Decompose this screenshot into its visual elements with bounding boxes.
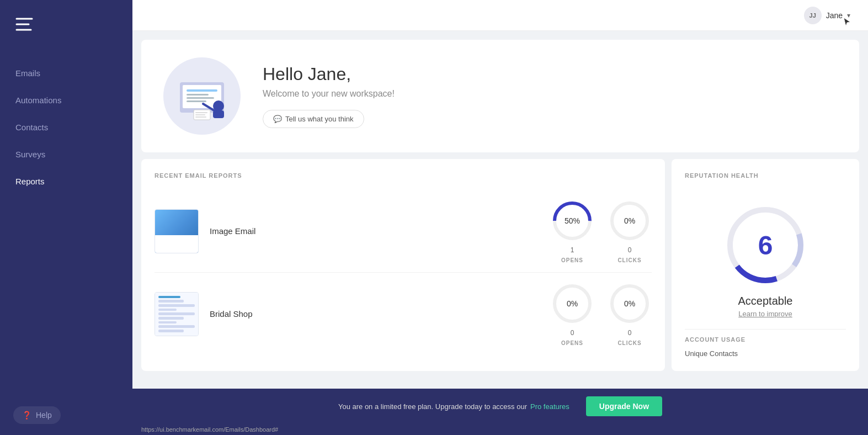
- sidebar-help: ❓ Help: [0, 395, 132, 435]
- user-menu[interactable]: JJ Jane ▾: [804, 7, 850, 24]
- gauge-wrap: 6: [721, 201, 810, 289]
- chat-icon: 💬: [273, 115, 282, 123]
- greeting-heading: Hello Jane,: [263, 64, 395, 84]
- sidebar-item-contacts[interactable]: Contacts: [0, 114, 132, 141]
- reputation-status: Acceptable: [685, 295, 846, 307]
- opens-pct-2: 0%: [567, 299, 578, 308]
- upgrade-banner: You are on a limited free plan. Upgrade …: [132, 389, 868, 424]
- opens-stat-1: 50% 1 OPENS: [550, 199, 594, 263]
- clicks-label-1: CLICKS: [617, 257, 641, 263]
- clicks-stat-1: 0% 0 CLICKS: [608, 199, 652, 263]
- email-thumbnail-image: [155, 209, 199, 253]
- svg-rect-7: [187, 94, 209, 96]
- svg-rect-9: [187, 100, 206, 102]
- clicks-label-2: CLICKS: [617, 340, 641, 346]
- topbar: JJ Jane ▾: [132, 0, 868, 31]
- sidebar-item-emails[interactable]: Emails: [0, 60, 132, 87]
- reputation-card-title: REPUTATION HEALTH: [685, 172, 846, 179]
- sidebar-item-automations[interactable]: Automations: [0, 87, 132, 114]
- clicks-chart-1: 0%: [608, 199, 652, 243]
- learn-to-improve-link[interactable]: Learn to improve: [685, 310, 846, 318]
- user-name: Jane: [826, 11, 843, 20]
- help-circle-icon: ❓: [22, 411, 31, 420]
- sidebar-item-reports[interactable]: Reports: [0, 168, 132, 195]
- svg-rect-16: [195, 116, 206, 118]
- clicks-stat-2: 0% 0 CLICKS: [608, 282, 652, 346]
- table-row: Bridal Shop 0% 0 OPENS: [155, 273, 652, 355]
- upgrade-button[interactable]: Upgrade Now: [586, 396, 662, 416]
- clicks-value-2: 0: [628, 329, 632, 337]
- feedback-label: Tell us what you think: [285, 115, 354, 123]
- opens-value-2: 0: [571, 329, 574, 337]
- opens-label-1: OPENS: [561, 257, 583, 263]
- content-area: Hello Jane, Welcome to your new workspac…: [132, 31, 868, 389]
- email-name-image: Image Email: [199, 226, 550, 236]
- stats-area-2: 0% 0 OPENS 0% 0: [550, 282, 652, 346]
- opens-label-2: OPENS: [561, 340, 583, 346]
- unique-contacts-label: Unique Contacts: [685, 349, 846, 358]
- url-text: https://ui.benchmarkemail.com/Emails/Das…: [141, 426, 278, 433]
- clicks-value-1: 0: [628, 246, 632, 254]
- clicks-chart-2: 0%: [608, 282, 652, 326]
- reputation-gauge: 6: [685, 190, 846, 295]
- url-bar: https://ui.benchmarkemail.com/Emails/Das…: [132, 424, 868, 435]
- table-row: Image Email 50%: [155, 190, 652, 273]
- help-button[interactable]: ❓ Help: [13, 406, 61, 424]
- reports-card: RECENT EMAIL REPORTS Image Email: [141, 159, 665, 371]
- reports-card-title: RECENT EMAIL REPORTS: [155, 172, 652, 179]
- sidebar-logo: [0, 0, 132, 54]
- avatar: JJ: [804, 7, 822, 24]
- help-label: Help: [36, 411, 52, 420]
- opens-chart-2: 0%: [550, 282, 594, 326]
- divider: [685, 329, 846, 330]
- reputation-card: REPUTATION HEALTH 6: [672, 159, 859, 371]
- sidebar-item-surveys[interactable]: Surveys: [0, 141, 132, 168]
- opens-pct-1: 50%: [565, 216, 580, 225]
- account-usage-title: ACCOUNT USAGE: [685, 336, 846, 343]
- welcome-illustration: [163, 57, 241, 135]
- svg-rect-8: [187, 97, 214, 99]
- clicks-pct-2: 0%: [624, 299, 635, 308]
- sidebar: Emails Automations Contacts Surveys Repo…: [0, 0, 132, 435]
- email-thumbnail-bridal: [155, 292, 199, 336]
- lower-section: RECENT EMAIL REPORTS Image Email: [141, 159, 859, 371]
- welcome-banner: Hello Jane, Welcome to your new workspac…: [141, 40, 859, 152]
- opens-chart-1: 50%: [550, 199, 594, 243]
- main-area: JJ Jane ▾: [132, 0, 868, 435]
- svg-rect-6: [187, 89, 217, 92]
- sidebar-nav: Emails Automations Contacts Surveys Repo…: [0, 54, 132, 395]
- email-name-bridal: Bridal Shop: [199, 309, 550, 319]
- welcome-subtitle: Welcome to your new workspace!: [263, 89, 395, 99]
- svg-rect-14: [195, 112, 207, 113]
- opens-value-1: 1: [571, 246, 574, 254]
- reputation-score: 6: [758, 230, 773, 261]
- svg-rect-15: [195, 114, 205, 115]
- stats-area-1: 50% 1 OPENS 0%: [550, 199, 652, 263]
- pro-features-link[interactable]: Pro features: [530, 402, 569, 411]
- opens-stat-2: 0% 0 OPENS: [550, 282, 594, 346]
- chevron-down-icon: ▾: [847, 12, 850, 19]
- upgrade-message: You are on a limited free plan. Upgrade …: [338, 402, 527, 411]
- clicks-pct-1: 0%: [624, 216, 635, 225]
- feedback-button[interactable]: 💬 Tell us what you think: [263, 110, 364, 128]
- welcome-text: Hello Jane, Welcome to your new workspac…: [263, 64, 395, 128]
